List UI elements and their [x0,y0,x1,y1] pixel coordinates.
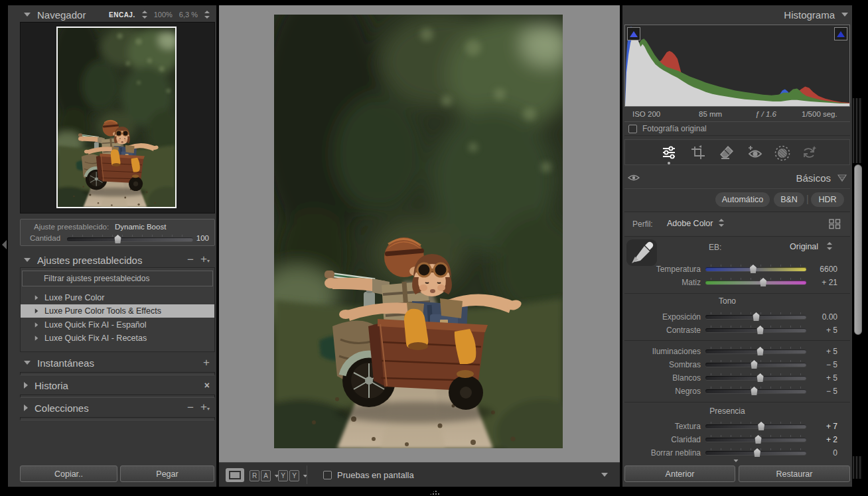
paste-button[interactable]: Pegar [120,465,214,482]
solo-mode-icon[interactable] [837,174,847,182]
fit-stepper-icon[interactable] [142,11,147,19]
navigator-title: Navegador [37,9,86,21]
preset-item-selected[interactable]: Luxe Pure Color Tools & Effects [21,304,214,318]
sync-ai-icon[interactable] [800,144,818,161]
wb-eyedropper-button[interactable] [626,239,657,266]
clarity-slider[interactable] [705,438,806,442]
wb-stepper-icon[interactable] [827,242,832,250]
add-snapshot-icon[interactable]: + [203,359,210,366]
preset-item[interactable]: Luxe Quick Fix AI - Recetas [21,332,214,345]
clear-history-icon[interactable]: × [204,380,210,391]
right-panel-scrollbar[interactable] [854,164,862,335]
soft-proofing-checkbox[interactable] [323,471,332,479]
profile-browser-grid-icon[interactable] [829,219,841,229]
chevron-right-icon [24,404,28,411]
exposure-slider[interactable] [705,315,806,319]
collections-collapsed-strip [20,417,215,420]
blacks-slider[interactable] [705,389,806,393]
presets-title: Ajustes preestablecidos [37,255,142,266]
add-preset-icon[interactable]: +▾ [200,256,210,265]
loupe-view-button[interactable] [226,468,244,482]
before-after-view-button[interactable]: Y Y [278,470,309,481]
exif-focal-length: 85 mm [699,110,722,118]
preset-item[interactable]: Luxe Pure Color [21,291,214,304]
main-photo[interactable] [274,15,563,448]
shadow-clipping-indicator[interactable] [627,27,640,40]
original-photo-checkbox[interactable] [628,125,637,133]
red-eye-icon[interactable] [747,144,764,161]
navigator-header[interactable]: Navegador ENCAJ. 100% 6,3 % [24,7,210,22]
collapse-left-panel-arrow[interactable] [2,240,7,249]
tint-slider[interactable] [705,280,806,284]
hdr-button[interactable]: HDR [811,192,844,207]
temperature-slider[interactable] [705,267,806,271]
active-tool-dot [668,162,670,164]
highlights-slider[interactable] [705,349,806,353]
amount-label: Cantidad [30,234,60,242]
slider-thumb[interactable] [759,278,768,286]
highlight-clipping-triangle-icon [837,31,845,37]
slider-thumb[interactable] [749,265,757,273]
dehaze-slider-row: Borrar neblina 0 [624,446,843,460]
reference-r-icon: R [250,470,259,481]
navigator-custom-zoom[interactable]: 6,3 % [179,11,198,19]
original-photo-label: Fotografía original [642,124,707,133]
amount-slider[interactable] [67,237,193,241]
reset-button[interactable]: Restaurar [739,465,850,482]
remove-preset-icon[interactable]: − [187,257,194,263]
profile-value[interactable]: Adobe Color [667,219,713,228]
add-collection-icon[interactable]: +▾ [200,404,210,412]
navigator-fit-mode[interactable]: ENCAJ. [109,11,135,19]
navigator-thumbnail[interactable] [56,27,177,208]
panel-switch-eye-icon[interactable] [628,174,640,182]
slider-thumb[interactable] [753,448,762,457]
contrast-slider[interactable] [705,328,806,332]
basic-panel-header[interactable]: Básicos [628,170,847,186]
slider-thumb[interactable] [752,312,760,321]
panel-scroll-chevron-icon [734,460,739,462]
toolbar-options-chevron-icon[interactable] [601,473,608,477]
dehaze-slider[interactable] [705,451,806,455]
copy-button[interactable]: Copiar.. [20,465,117,482]
slider-thumb[interactable] [754,435,762,444]
snapshots-header[interactable]: Instantáneas + [24,355,210,370]
highlight-clipping-indicator[interactable] [834,27,847,40]
edit-sliders-icon[interactable] [660,144,678,161]
crop-icon[interactable] [689,144,707,161]
toolbar-divider [307,465,307,484]
masking-icon[interactable] [774,144,791,161]
slider-thumb[interactable] [756,326,764,334]
bw-button[interactable]: B&N [774,192,804,207]
history-title: Historia [35,380,68,391]
slider-thumb[interactable] [756,347,764,355]
slider-thumb[interactable] [757,422,766,430]
navigator-100-zoom[interactable]: 100% [154,11,173,19]
auto-button[interactable]: Automático [715,192,770,207]
presets-header[interactable]: Ajustes preestablecidos − +▾ [24,253,210,267]
compare-view-button[interactable]: R A [250,470,280,481]
previous-button[interactable]: Anterior [624,465,735,482]
applied-preset-value: Dynamic Boost [115,223,166,231]
slider-thumb[interactable] [750,360,759,369]
profile-stepper-icon[interactable] [719,219,724,227]
temperature-slider-row: Temperatura 6600 [624,263,843,276]
exif-aperture: ƒ / 1.6 [755,110,776,118]
history-header[interactable]: Historia × [24,378,210,393]
chevron-right-icon [35,308,38,314]
texture-slider[interactable] [705,424,806,428]
preset-item[interactable]: Luxe Quick Fix AI - Español [21,318,214,332]
histogram-plot[interactable] [624,25,850,107]
heal-remove-icon[interactable] [718,144,735,161]
shadows-slider[interactable] [705,363,806,367]
histogram-header[interactable]: Histograma [629,7,848,22]
zoom-stepper-icon[interactable] [204,11,210,19]
preset-filter-input[interactable] [22,271,213,286]
remove-collection-icon[interactable]: − [187,404,194,411]
collections-header[interactable]: Colecciones − +▾ [24,401,210,415]
slider-thumb[interactable] [756,373,764,382]
view-toolbar: R A Y Y Pruebas en pantalla [219,462,620,487]
amount-slider-thumb[interactable] [113,235,122,243]
slider-thumb[interactable] [750,387,759,395]
wb-value[interactable]: Original [790,242,818,251]
whites-slider[interactable] [705,376,806,380]
